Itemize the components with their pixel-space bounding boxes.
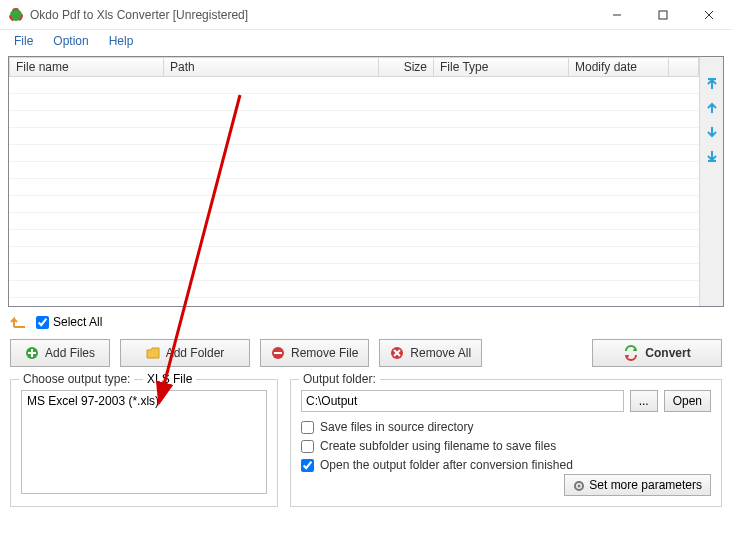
set-more-label: Set more parameters [589, 478, 702, 492]
remove-all-icon [390, 346, 404, 360]
col-path[interactable]: Path [164, 57, 379, 77]
table-row [9, 145, 699, 162]
table-row [9, 162, 699, 179]
add-folder-label: Add Folder [166, 346, 225, 360]
move-top-button[interactable] [703, 75, 721, 93]
minus-icon [271, 346, 285, 360]
output-folder-legend: Output folder: [299, 372, 380, 386]
window-title: Okdo Pdf to Xls Converter [Unregistered] [30, 8, 594, 22]
minimize-button[interactable] [594, 0, 640, 30]
maximize-button[interactable] [640, 0, 686, 30]
col-modify[interactable]: Modify date [569, 57, 669, 77]
open-folder-button[interactable]: Open [664, 390, 711, 412]
title-bar: Okdo Pdf to Xls Converter [Unregistered] [0, 0, 732, 30]
plus-icon [25, 346, 39, 360]
parent-folder-icon[interactable] [10, 313, 28, 331]
menu-file[interactable]: File [6, 32, 41, 50]
table-row [9, 77, 699, 94]
convert-icon [623, 345, 639, 361]
convert-button[interactable]: Convert [592, 339, 722, 367]
col-filetype[interactable]: File Type [434, 57, 569, 77]
reorder-toolbar [699, 57, 723, 306]
gear-icon [573, 480, 585, 492]
file-table[interactable]: File name Path Size File Type Modify dat… [9, 57, 699, 306]
remove-all-label: Remove All [410, 346, 471, 360]
table-rows[interactable] [9, 77, 699, 306]
menu-bar: File Option Help [0, 30, 732, 52]
col-spacer [669, 57, 699, 77]
table-row [9, 264, 699, 281]
create-subfolder-checkbox[interactable]: Create subfolder using filename to save … [301, 439, 711, 453]
create-subfolder-label: Create subfolder using filename to save … [320, 439, 556, 453]
open-after-label: Open the output folder after conversion … [320, 458, 573, 472]
table-row [9, 247, 699, 264]
set-more-parameters-button[interactable]: Set more parameters [564, 474, 711, 496]
table-row [9, 281, 699, 298]
table-row [9, 111, 699, 128]
table-row [9, 230, 699, 247]
output-type-group: Choose output type: XLS File MS Excel 97… [10, 379, 278, 507]
file-list-panel: File name Path Size File Type Modify dat… [8, 56, 724, 307]
table-row [9, 213, 699, 230]
output-type-option[interactable]: MS Excel 97-2003 (*.xls) [27, 394, 261, 408]
menu-help[interactable]: Help [101, 32, 142, 50]
col-filename[interactable]: File name [9, 57, 164, 77]
add-folder-button[interactable]: Add Folder [120, 339, 250, 367]
select-all-label: Select All [53, 315, 102, 329]
output-folder-input[interactable] [301, 390, 624, 412]
open-after-checkbox[interactable]: Open the output folder after conversion … [301, 458, 711, 472]
close-button[interactable] [686, 0, 732, 30]
convert-label: Convert [645, 346, 690, 360]
table-row [9, 128, 699, 145]
output-type-list[interactable]: MS Excel 97-2003 (*.xls) [21, 390, 267, 494]
folder-icon [146, 346, 160, 360]
save-in-source-label: Save files in source directory [320, 420, 473, 434]
remove-file-label: Remove File [291, 346, 358, 360]
svg-rect-3 [659, 11, 667, 19]
output-folder-group: Output folder: ... Open Save files in so… [290, 379, 722, 507]
svg-point-11 [578, 484, 581, 487]
add-files-label: Add Files [45, 346, 95, 360]
col-size[interactable]: Size [379, 57, 434, 77]
add-files-button[interactable]: Add Files [10, 339, 110, 367]
select-all-checkbox[interactable]: Select All [36, 315, 102, 329]
bottom-panels: Choose output type: XLS File MS Excel 97… [10, 379, 722, 507]
remove-all-button[interactable]: Remove All [379, 339, 482, 367]
move-up-button[interactable] [703, 99, 721, 117]
output-type-legend: Choose output type: [19, 372, 134, 386]
open-after-input[interactable] [301, 459, 314, 472]
menu-option[interactable]: Option [45, 32, 96, 50]
save-in-source-input[interactable] [301, 421, 314, 434]
action-button-row: Add Files Add Folder Remove File Remove … [10, 339, 722, 367]
table-row [9, 179, 699, 196]
save-in-source-checkbox[interactable]: Save files in source directory [301, 420, 711, 434]
table-row [9, 94, 699, 111]
app-icon [8, 7, 24, 23]
output-type-current: XLS File [143, 372, 196, 386]
select-all-input[interactable] [36, 316, 49, 329]
browse-button[interactable]: ... [630, 390, 658, 412]
remove-file-button[interactable]: Remove File [260, 339, 369, 367]
create-subfolder-input[interactable] [301, 440, 314, 453]
move-bottom-button[interactable] [703, 147, 721, 165]
table-row [9, 196, 699, 213]
under-list-bar: Select All [10, 313, 722, 331]
move-down-button[interactable] [703, 123, 721, 141]
